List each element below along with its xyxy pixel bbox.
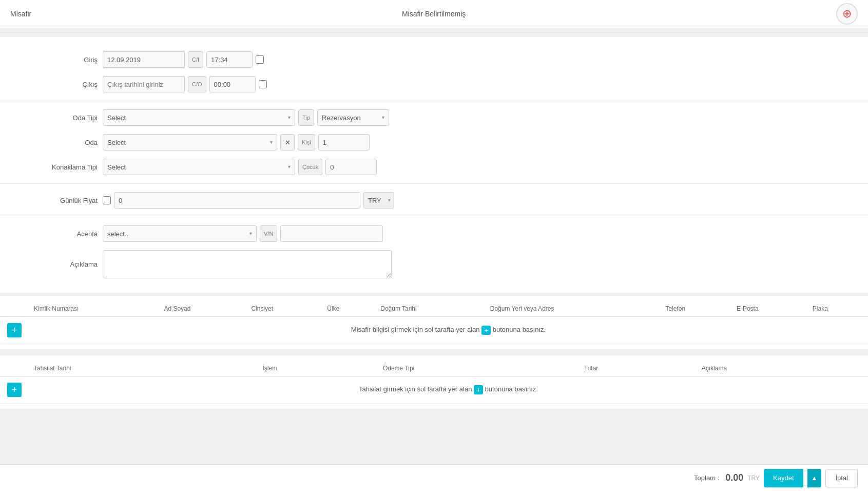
vn-input[interactable] <box>280 225 383 242</box>
aciklama-label: Açıklama <box>15 260 98 268</box>
kisi-input[interactable] <box>318 134 370 150</box>
payment-table-header-row: Tahsilat Tarihi İşlem Ödeme Tipi Tutar A… <box>0 361 868 376</box>
col-cinsiyet: Cinsiyet <box>246 301 322 317</box>
guest-table-header-row: Kimlik Numarası Ad Soyad Cinsiyet Ülke D… <box>0 301 868 317</box>
guest-info-text2: butonuna basınız. <box>493 326 546 333</box>
co-label: C/O <box>188 76 206 92</box>
konaklama-select[interactable]: Select <box>103 159 295 175</box>
currency-select[interactable]: TRY <box>363 192 394 209</box>
payment-inline-plus: + <box>474 385 483 394</box>
gunluk-fiyat-field: TRY <box>103 192 394 209</box>
giris-time-input[interactable] <box>206 51 253 68</box>
col-tutar: Tutar <box>579 361 697 376</box>
oda-tipi-row: Oda Tipi Select Tip Rezervasyon <box>0 105 868 130</box>
acenta-select[interactable]: select.. <box>103 225 257 242</box>
guest-table-section: Kimlik Numarası Ad Soyad Cinsiyet Ülke D… <box>0 296 868 349</box>
guest-info-text-cell: Misafir bilgisi girmek için sol tarafta … <box>29 317 868 344</box>
payment-info-text1: Tahsilat girmek için sol tarafta yer ala… <box>359 385 472 393</box>
giris-checkbox[interactable] <box>256 55 264 64</box>
col-islem: İşlem <box>257 361 377 376</box>
oda-tipi-select-wrapper: Select <box>103 109 295 126</box>
gunluk-fiyat-input[interactable] <box>114 192 360 209</box>
cikis-label: Çıkış <box>15 81 98 88</box>
acenta-row: Acenta select.. V/N <box>0 221 868 246</box>
globe-icon: ⊕ <box>842 7 852 21</box>
ci-label: C/I <box>188 51 203 68</box>
cikis-date-input[interactable] <box>103 76 185 92</box>
payment-table-add-col-header <box>0 361 29 376</box>
konaklama-tipi-field: Select Çocuk <box>103 159 377 175</box>
giris-label: Giriş <box>15 56 98 64</box>
oda-field: Select ✕ Kişi <box>103 134 370 150</box>
oda-tipi-field: Select Tip Rezervasyon <box>103 109 389 126</box>
col-eposta: E-Posta <box>731 301 807 317</box>
cikis-checkbox[interactable] <box>259 80 267 88</box>
oda-select[interactable]: Select <box>103 134 277 150</box>
oda-tipi-select[interactable]: Select <box>103 109 295 126</box>
payment-add-button[interactable]: + <box>7 383 22 397</box>
guest-add-cell: + <box>0 317 29 344</box>
rezervasyon-select-wrapper: Rezervasyon <box>317 109 389 126</box>
col-telefon: Telefon <box>660 301 731 317</box>
guest-add-button[interactable]: + <box>7 323 22 337</box>
col-tahsilat-tarihi: Tahsilat Tarihi <box>29 361 257 376</box>
aciklama-row: Açıklama <box>0 246 868 282</box>
konaklama-tipi-row: Konaklama Tipi Select Çocuk <box>0 155 868 179</box>
globe-button[interactable]: ⊕ <box>836 3 858 25</box>
cikis-row: Çıkış C/O <box>0 72 868 97</box>
gunluk-fiyat-label: Günlük Fiyat <box>15 197 98 204</box>
col-dogum-tarihi: Doğum Tarihi <box>375 301 485 317</box>
acenta-field: select.. V/N <box>103 225 383 242</box>
oda-tipi-label: Oda Tipi <box>15 114 98 122</box>
guest-table-info-row: + Misafir bilgisi girmek için sol taraft… <box>0 317 868 344</box>
payment-info-text2: butonuna basınız. <box>485 385 538 393</box>
oda-label: Oda <box>15 139 98 146</box>
cocuk-label: Çocuk <box>298 159 322 175</box>
acenta-select-wrapper: select.. <box>103 225 257 242</box>
cikis-field: C/O <box>103 76 267 92</box>
aciklama-textarea[interactable] <box>103 250 392 278</box>
payment-table: Tahsilat Tarihi İşlem Ödeme Tipi Tutar A… <box>0 361 868 404</box>
top-bar: Misafir Misafir Belirtilmemiş ⊕ <box>0 0 868 28</box>
giris-row: Giriş C/I <box>0 47 868 72</box>
kisi-label: Kişi <box>298 134 315 150</box>
rezervasyon-select[interactable]: Rezervasyon <box>317 109 389 126</box>
cocuk-input[interactable] <box>325 159 377 175</box>
payment-info-text-cell: Tahsilat girmek için sol tarafta yer ala… <box>29 376 868 404</box>
oda-select-wrapper: Select <box>103 134 277 150</box>
giris-field: C/I <box>103 51 264 68</box>
guest-value: Misafir Belirtilmemiş <box>402 10 466 18</box>
konaklama-tipi-label: Konaklama Tipi <box>15 163 98 171</box>
col-ad-soyad: Ad Soyad <box>159 301 246 317</box>
oda-clear-button[interactable]: ✕ <box>280 134 295 150</box>
guest-inline-plus: + <box>481 326 491 335</box>
guest-table: Kimlik Numarası Ad Soyad Cinsiyet Ülke D… <box>0 301 868 344</box>
gunluk-fiyat-checkbox[interactable] <box>103 196 111 204</box>
oda-row: Oda Select ✕ Kişi <box>0 130 868 155</box>
giris-date-input[interactable] <box>103 51 185 68</box>
vn-label: V/N <box>260 225 277 242</box>
col-odeme-tipi: Ödeme Tipi <box>378 361 579 376</box>
main-form: Giriş C/I Çıkış C/O Oda Tipi Select Tip <box>0 37 868 293</box>
aciklama-field <box>103 250 392 278</box>
currency-select-wrapper: TRY <box>363 192 394 209</box>
payment-table-info-row: + Tahsilat girmek için sol tarafta yer a… <box>0 376 868 404</box>
col-aciklama: Açıklama <box>697 361 868 376</box>
guest-table-add-col-header <box>0 301 29 317</box>
konaklama-select-wrapper: Select <box>103 159 295 175</box>
cikis-time-input[interactable] <box>209 76 256 92</box>
tip-label: Tip <box>298 109 314 126</box>
payment-add-cell: + <box>0 376 29 404</box>
col-ulke: Ülke <box>322 301 375 317</box>
col-dogum-yeri: Doğum Yeri veya Adres <box>485 301 661 317</box>
payment-table-section: Tahsilat Tarihi İşlem Ödeme Tipi Tutar A… <box>0 355 868 409</box>
gunluk-fiyat-row: Günlük Fiyat TRY <box>0 188 868 213</box>
guest-info-text1: Misafir bilgisi girmek için sol tarafta … <box>351 326 480 333</box>
acenta-label: Acenta <box>15 230 98 238</box>
col-kimlik: Kimlik Numarası <box>29 301 159 317</box>
guest-label: Misafir <box>10 10 31 18</box>
col-plaka: Plaka <box>807 301 868 317</box>
